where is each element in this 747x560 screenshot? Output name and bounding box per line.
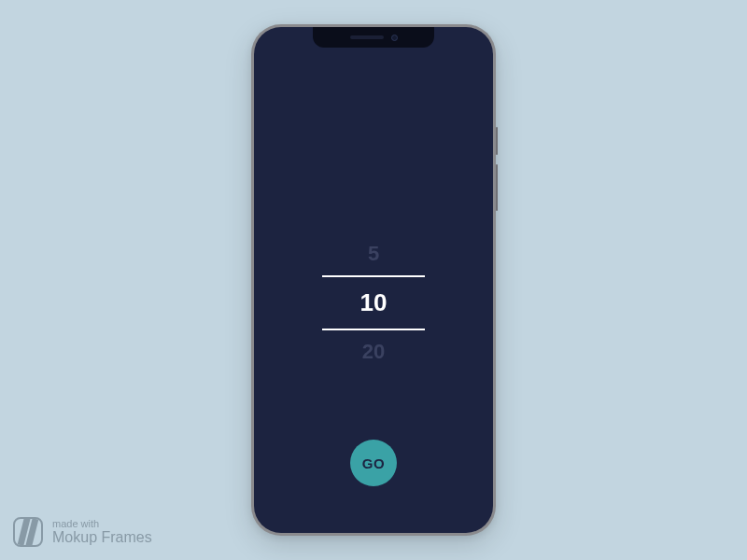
phone-notch bbox=[313, 27, 434, 48]
phone-mockup-frame: 5 10 20 GO bbox=[251, 24, 496, 536]
picker-option-prev[interactable]: 5 bbox=[322, 232, 425, 275]
picker-option-selected[interactable]: 10 bbox=[322, 275, 425, 330]
number-picker[interactable]: 5 10 20 bbox=[322, 232, 425, 373]
watermark-line1: made with bbox=[52, 518, 152, 529]
speaker-icon bbox=[350, 35, 384, 39]
picker-option-next[interactable]: 20 bbox=[322, 330, 425, 373]
watermark-text: made with Mokup Frames bbox=[52, 518, 152, 546]
watermark-line2: Mokup Frames bbox=[52, 529, 152, 546]
go-button[interactable]: GO bbox=[350, 440, 397, 486]
camera-icon bbox=[391, 35, 398, 41]
phone-screen: 5 10 20 GO bbox=[254, 27, 493, 533]
watermark: made with Mokup Frames bbox=[13, 517, 152, 547]
phone-side-button bbox=[496, 164, 498, 211]
mokup-frames-logo-icon bbox=[13, 517, 43, 547]
phone-side-button bbox=[496, 127, 498, 155]
